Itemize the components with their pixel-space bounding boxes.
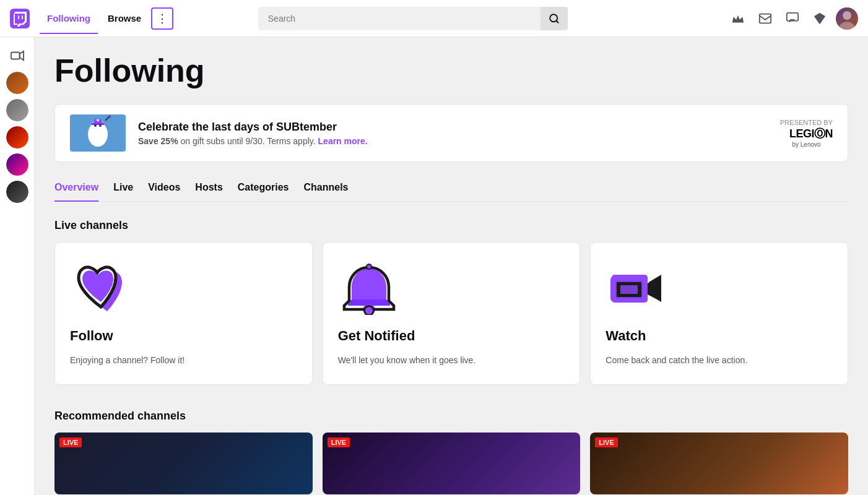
- live-badge-3: LIVE: [595, 437, 617, 447]
- watch-card-desc: Come back and catch the live action.: [605, 354, 833, 367]
- tab-overview[interactable]: Overview: [54, 182, 98, 202]
- svg-marker-7: [814, 12, 825, 24]
- svg-rect-35: [620, 285, 638, 294]
- tab-channels[interactable]: Channels: [304, 182, 349, 202]
- svg-rect-2: [18, 15, 19, 19]
- live-card-2[interactable]: LIVE: [323, 433, 581, 494]
- follow-card-desc: Enjoying a channel? Follow it!: [70, 354, 297, 367]
- svg-point-24: [365, 307, 373, 314]
- tab-categories[interactable]: Categories: [238, 182, 289, 202]
- camera-icon: [605, 262, 667, 318]
- promo-image: [70, 114, 126, 152]
- promo-text: Celebrate the last days of SUBtember Sav…: [138, 121, 768, 146]
- nav-browse[interactable]: Browse: [100, 8, 149, 28]
- page-title: Following: [54, 52, 848, 89]
- nav-more-button[interactable]: ⋮: [151, 7, 173, 30]
- notified-card-title: Get Notified: [338, 328, 565, 344]
- svg-point-26: [367, 265, 371, 269]
- promo-sponsor: PRESENTED BY LEGIⓄN by Lenovo: [780, 119, 833, 148]
- follow-icon: [70, 262, 132, 318]
- svg-marker-34: [648, 277, 660, 301]
- tab-live[interactable]: Live: [113, 182, 133, 202]
- tab-hosts[interactable]: Hosts: [195, 182, 222, 202]
- sidebar-avatar-5[interactable]: [6, 181, 28, 203]
- live-channels-cards: Follow Enjoying a channel? Follow it!: [54, 242, 848, 385]
- tab-videos[interactable]: Videos: [148, 182, 180, 202]
- watch-card: Watch Come back and catch the live actio…: [590, 242, 848, 385]
- search-bar: [258, 7, 568, 30]
- svg-rect-16: [92, 123, 104, 125]
- chat-icon: [786, 12, 799, 25]
- live-badge-1: LIVE: [59, 437, 82, 447]
- sidebar-avatar-4[interactable]: [6, 153, 28, 176]
- nav-links: Following Browse ⋮: [40, 7, 173, 30]
- follow-card-title: Follow: [70, 328, 297, 344]
- svg-rect-10: [11, 53, 19, 59]
- live-card-1[interactable]: LIVE: [54, 433, 313, 494]
- crown-icon-button[interactable]: [727, 7, 749, 30]
- svg-point-14: [92, 119, 104, 132]
- sidebar-avatar-2[interactable]: [6, 99, 28, 121]
- svg-line-4: [556, 20, 558, 22]
- mail-icon-button[interactable]: [754, 7, 776, 30]
- sidebar-avatar-1[interactable]: [6, 72, 28, 94]
- svg-point-17: [94, 124, 97, 127]
- twitch-logo[interactable]: [10, 9, 30, 28]
- video-camera-icon: [11, 49, 24, 62]
- svg-rect-1: [22, 15, 23, 19]
- nav-right: [727, 7, 858, 30]
- promo-heading: Celebrate the last days of SUBtember: [138, 121, 768, 134]
- nav-following[interactable]: Following: [40, 8, 98, 28]
- sidebar: [0, 37, 35, 495]
- follow-card: Follow Enjoying a channel? Follow it!: [54, 242, 313, 385]
- tabs: Overview Live Videos Hosts Categories Ch…: [54, 182, 848, 202]
- svg-point-18: [99, 124, 102, 127]
- sidebar-video-icon-button[interactable]: [6, 45, 28, 67]
- svg-point-8: [843, 11, 851, 20]
- crown-icon: [731, 12, 745, 25]
- watch-card-title: Watch: [605, 328, 833, 344]
- search-icon: [549, 13, 560, 24]
- search-input[interactable]: [258, 14, 540, 24]
- recommended-title: Recommended channels: [54, 410, 848, 423]
- promo-learn-more-link[interactable]: Learn more.: [318, 136, 368, 146]
- bell-icon: [338, 262, 400, 318]
- chat-icon-button[interactable]: [781, 7, 804, 30]
- svg-rect-5: [760, 14, 771, 23]
- sidebar-avatar-3[interactable]: [6, 126, 28, 148]
- promo-banner: Celebrate the last days of SUBtember Sav…: [54, 104, 848, 162]
- mail-icon: [758, 12, 772, 25]
- notified-card: Get Notified We'll let you know when it …: [323, 242, 581, 385]
- main-content: Following Celebrate the last days of SUB…: [35, 37, 868, 495]
- svg-point-9: [840, 22, 854, 30]
- notified-card-desc: We'll let you know when it goes live.: [338, 354, 565, 367]
- gem-icon: [813, 12, 827, 25]
- promo-body: Save 25% on gift subs until 9/30. Terms …: [138, 136, 768, 146]
- svg-marker-11: [19, 51, 23, 61]
- live-card-3[interactable]: LIVE: [590, 433, 848, 494]
- live-badge-2: LIVE: [328, 437, 350, 447]
- live-channels-title: Live channels: [54, 219, 848, 232]
- search-button[interactable]: [540, 7, 568, 30]
- live-row: LIVE LIVE LIVE: [54, 433, 848, 494]
- user-avatar[interactable]: [836, 7, 858, 30]
- gem-icon-button[interactable]: [809, 7, 831, 30]
